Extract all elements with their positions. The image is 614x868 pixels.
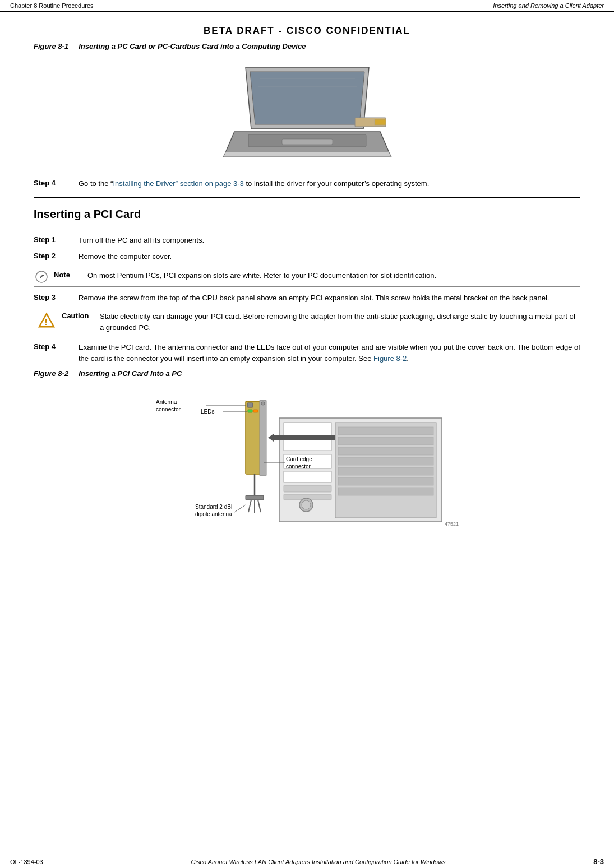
section-heading-pci: Inserting a PCI Card — [34, 208, 580, 221]
svg-text:Antenna: Antenna — [156, 399, 177, 405]
svg-text:!: ! — [45, 317, 48, 327]
section-divider-1 — [34, 197, 580, 198]
warning-triangle-icon: ! — [38, 312, 55, 329]
pci-card-svg: Antenna connector LEDs Card edge connect… — [150, 384, 464, 530]
step4-pccard-block: Step 4 Go to the “Installing the Driver”… — [34, 178, 580, 189]
figure2-title: Inserting a PCI Card into a PC — [79, 369, 182, 378]
section-divider-2 — [34, 229, 580, 229]
svg-rect-24 — [338, 447, 433, 455]
figure1-caption: Figure 8-1 Inserting a PC Card or PC-Car… — [34, 42, 580, 50]
header-section: Inserting and Removing a Client Adapter — [493, 2, 604, 9]
header-chapter: Chapter 8 Routine Procedures — [10, 2, 94, 9]
note-icon — [34, 270, 54, 284]
svg-rect-26 — [338, 467, 433, 475]
svg-rect-32 — [247, 403, 253, 407]
svg-rect-22 — [338, 427, 433, 435]
svg-rect-30 — [248, 410, 252, 412]
note-content: On most Pentium PCs, PCI expansion slots… — [87, 270, 580, 281]
step3-label: Step 3 — [34, 293, 79, 301]
page-footer: OL-1394-03 Cisco Aironet Wireless LAN Cl… — [0, 855, 614, 868]
page-header: Chapter 8 Routine Procedures Inserting a… — [0, 0, 614, 12]
svg-point-34 — [261, 402, 265, 405]
step4-pci-link[interactable]: Figure 8-2 — [373, 354, 407, 363]
figure2-label: Figure 8-2 — [34, 369, 68, 378]
step4-text-before: Go to the “ — [79, 179, 113, 188]
caution-content: Static electricity can damage your PCI c… — [100, 311, 580, 333]
note-block: Note On most Pentium PCs, PCI expansion … — [34, 267, 580, 287]
step4-pci-text-after: . — [407, 354, 409, 363]
svg-point-20 — [302, 500, 311, 509]
svg-rect-28 — [338, 488, 433, 495]
svg-rect-17 — [284, 485, 331, 492]
step1-block: Step 1 Turn off the PC and all its compo… — [34, 235, 580, 246]
svg-rect-27 — [338, 477, 433, 485]
svg-text:connector: connector — [286, 463, 311, 470]
step1-content: Turn off the PC and all its components. — [79, 235, 580, 246]
step4-link[interactable]: Installing the Driver” section on page 3… — [113, 179, 243, 188]
caution-label: Caution — [62, 311, 100, 320]
svg-rect-25 — [338, 457, 433, 465]
laptop-figure — [34, 56, 580, 168]
svg-line-51 — [234, 505, 246, 512]
step4-pci-content: Examine the PCI card. The antenna connec… — [79, 342, 580, 364]
svg-marker-5 — [223, 151, 391, 157]
step4-pci-text-before: Examine the PCI card. The antenna connec… — [79, 343, 580, 363]
pencil-icon — [35, 270, 48, 284]
confidential-banner: BETA DRAFT - CISCO CONFIDENTIAL — [34, 25, 580, 36]
note-label: Note — [54, 270, 87, 279]
svg-rect-7 — [375, 119, 386, 125]
laptop-svg — [218, 56, 397, 168]
content-area: BETA DRAFT - CISCO CONFIDENTIAL Figure 8… — [0, 12, 614, 569]
svg-rect-16 — [284, 471, 331, 482]
step2-content: Remove the computer cover. — [79, 251, 580, 262]
svg-marker-1 — [250, 72, 364, 124]
step3-block: Step 3 Remove the screw from the top of … — [34, 293, 580, 304]
step2-label: Step 2 — [34, 251, 79, 260]
svg-rect-37 — [246, 495, 264, 500]
step4-pccard-content: Go to the “Installing the Driver” sectio… — [79, 178, 580, 189]
footer-right: 8-3 — [593, 857, 604, 866]
svg-text:Standard 2 dBi: Standard 2 dBi — [195, 504, 232, 510]
svg-text:47521: 47521 — [445, 521, 459, 527]
svg-rect-31 — [253, 410, 258, 412]
figure1-label: Figure 8-1 — [34, 42, 68, 50]
caution-block: ! Caution Static electricity can damage … — [34, 308, 580, 336]
figure2-caption: Figure 8-2 Inserting a PCI Card into a P… — [34, 369, 580, 378]
pci-diagram: Antenna connector LEDs Card edge connect… — [34, 384, 580, 530]
figure1-title: Inserting a PC Card or PC-Cardbus Card i… — [79, 42, 306, 50]
svg-text:dipole antenna: dipole antenna — [195, 511, 232, 517]
svg-text:LEDs: LEDs — [201, 409, 214, 415]
step4-pci-label: Step 4 — [34, 342, 79, 351]
step3-content: Remove the screw from the top of the CPU… — [79, 293, 580, 304]
svg-text:Card edge: Card edge — [286, 456, 312, 462]
step2-block: Step 2 Remove the computer cover. — [34, 251, 580, 262]
svg-rect-4 — [282, 139, 333, 145]
svg-text:connector: connector — [156, 406, 181, 412]
step4-text-after: to install the driver for your computer’… — [244, 179, 429, 188]
svg-line-39 — [258, 500, 261, 512]
caution-icon: ! — [34, 311, 62, 329]
step4-pci-block: Step 4 Examine the PCI card. The antenna… — [34, 342, 580, 364]
svg-rect-23 — [338, 437, 433, 445]
footer-center: Cisco Aironet Wireless LAN Client Adapte… — [43, 858, 593, 865]
svg-line-38 — [248, 500, 251, 512]
step4-pccard-label: Step 4 — [34, 178, 79, 187]
footer-left: OL-1394-03 — [10, 858, 43, 865]
svg-rect-33 — [260, 400, 266, 476]
step1-label: Step 1 — [34, 235, 79, 244]
